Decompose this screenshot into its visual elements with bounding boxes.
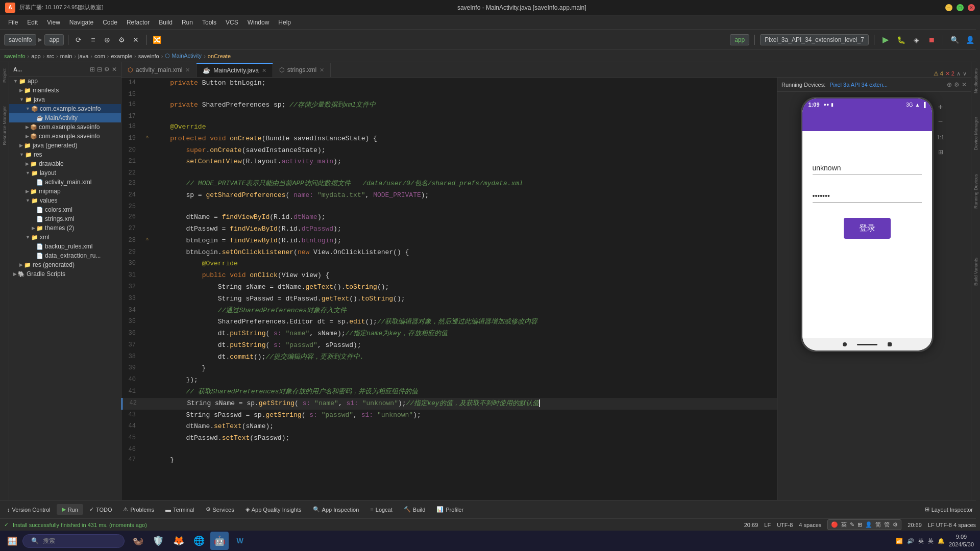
editor-scroll-area[interactable]: 14 private Button btnLogin; 15 16 privat…	[121, 78, 777, 500]
taskbar-app-shield[interactable]: 🛡️	[149, 532, 167, 550]
taskbar-app-explorer[interactable]: 🦦	[129, 532, 147, 550]
taskbar-volume-icon[interactable]: 🔊	[907, 538, 914, 544]
search-btn[interactable]: 🔍	[948, 34, 961, 46]
tab-terminal[interactable]: ▬ Terminal	[160, 505, 200, 515]
tab-layout-inspector[interactable]: ⊞ Layout Inspector	[920, 504, 978, 515]
device-selector[interactable]: Pixel_3a_API_34_extension_level_7	[760, 34, 869, 45]
build-variants-icon[interactable]: Build Variants	[973, 256, 978, 288]
tree-item-res-generated[interactable]: ▶ 📁 res (generated)	[9, 260, 121, 269]
taskbar-app-android-studio[interactable]: 🤖	[210, 532, 229, 550]
breadcrumb-item-0[interactable]: saveInfo	[4, 53, 26, 59]
resource-manager-icon[interactable]: Resource Manager	[2, 104, 7, 147]
tree-item-mipmap[interactable]: ▶ 📁 mipmap	[9, 187, 121, 196]
module-selector[interactable]: app	[44, 34, 64, 45]
tree-item-drawable[interactable]: ▶ 📁 drawable	[9, 159, 121, 168]
input-method-icon-2[interactable]: ⊞	[857, 521, 862, 528]
tree-item-xml-folder[interactable]: ▼ 📁 xml	[9, 233, 121, 242]
zoom-in-button[interactable]: +	[936, 102, 946, 112]
tree-item-mainactivity[interactable]: ▶ ☕ MainActivity	[9, 113, 121, 122]
menu-code[interactable]: Code	[99, 17, 121, 28]
menu-view[interactable]: View	[43, 17, 64, 28]
menu-refactor[interactable]: Refactor	[122, 17, 154, 28]
phone-login-button[interactable]: 登录	[844, 218, 891, 239]
breadcrumb-item-6[interactable]: example	[111, 53, 132, 59]
tree-item-themes[interactable]: ▶ 📁 themes (2)	[9, 223, 121, 233]
collapse-all-icon[interactable]: ⊟	[97, 66, 102, 73]
input-method-simplified[interactable]: 简	[875, 521, 881, 529]
tree-item-package-androidtest[interactable]: ▶ 📦 com.example.saveinfo	[9, 132, 121, 141]
add-device-icon[interactable]: ⊕	[947, 81, 952, 88]
input-method-settings[interactable]: ⚙	[893, 521, 898, 528]
tab-app-inspection[interactable]: 🔍 App Inspection	[308, 504, 364, 515]
taskbar-search-box[interactable]: 🔍 搜索	[22, 534, 125, 548]
sync-button[interactable]: ⟳	[72, 34, 85, 46]
tree-item-backup-rules[interactable]: ▶ 📄 backup_rules.xml	[9, 242, 121, 251]
input-method-icon-1[interactable]: ✎	[850, 521, 854, 528]
breadcrumb-item-7[interactable]: saveinfo	[138, 53, 159, 59]
stop-button[interactable]: ⏹	[925, 34, 938, 46]
notifications-icon[interactable]: Notifications	[973, 66, 978, 95]
tab-close-mainactivity[interactable]: ✕	[262, 67, 266, 74]
tab-activity-main[interactable]: ⬡ activity_main.xml ✕	[121, 63, 197, 77]
taskbar-app-edge[interactable]: 🌐	[190, 532, 208, 550]
tree-item-activity-main-xml[interactable]: ▶ 📄 activity_main.xml	[9, 178, 121, 187]
taskbar-clock[interactable]: 9:09 2024/5/30	[949, 533, 974, 549]
tab-todo[interactable]: ✓ TODO	[84, 504, 117, 515]
indent-info[interactable]: 4 spaces	[799, 522, 821, 528]
breadcrumb-item-1[interactable]: app	[31, 53, 40, 59]
taskbar-app-word[interactable]: W	[231, 532, 249, 550]
tree-item-gradle[interactable]: ▶ 🐘 Gradle Scripts	[9, 269, 121, 279]
tab-close-strings[interactable]: ✕	[320, 67, 324, 73]
tree-item-manifests[interactable]: ▶ 📁 manifests	[9, 86, 121, 95]
menu-file[interactable]: File	[4, 17, 22, 28]
tree-item-res[interactable]: ▼ 📁 res	[9, 150, 121, 159]
breadcrumb-item-2[interactable]: src	[46, 53, 54, 59]
tree-item-colors-xml[interactable]: ▶ 📄 colors.xml	[9, 205, 121, 214]
windows-start-button[interactable]: 🪟	[2, 532, 22, 550]
tab-run[interactable]: ▶ Run	[57, 504, 83, 515]
tree-item-strings-xml[interactable]: ▶ 📄 strings.xml	[9, 214, 121, 223]
tab-services[interactable]: ⚙ Services	[201, 504, 239, 515]
tab-mainactivity[interactable]: ☕ MainActivity.java ✕	[197, 63, 273, 77]
account-btn[interactable]: 👤	[964, 34, 976, 46]
project-panel-icon[interactable]: Project	[2, 66, 7, 85]
file-encoding[interactable]: UTF-8	[777, 522, 793, 528]
toolbar-btn-4[interactable]: ✕	[130, 34, 142, 46]
tab-close-activity-main[interactable]: ✕	[185, 67, 190, 73]
breadcrumb-item-mainactivity[interactable]: ⬡ MainActivity	[165, 53, 202, 59]
menu-window[interactable]: Window	[243, 17, 274, 28]
rotate-button[interactable]: ⊞	[938, 148, 943, 156]
toolbar-btn-3[interactable]: ⊕	[101, 34, 113, 46]
tab-problems[interactable]: ⚠ Problems	[118, 504, 159, 515]
menu-run[interactable]: Run	[178, 17, 197, 28]
tab-strings[interactable]: ⬡ strings.xml ✕	[273, 63, 331, 77]
taskbar-network-icon[interactable]: 📶	[896, 538, 903, 544]
profile-button[interactable]: ◈	[910, 34, 922, 46]
menu-build[interactable]: Build	[155, 17, 177, 28]
breadcrumb-item-4[interactable]: java	[78, 53, 88, 59]
settings-device-icon[interactable]: ⚙	[954, 81, 960, 88]
tab-logcat[interactable]: ≡ Logcat	[365, 505, 397, 515]
expand-all-icon[interactable]: ⊞	[90, 66, 95, 73]
tree-item-values[interactable]: ▼ 📁 values	[9, 196, 121, 205]
tree-item-package-test[interactable]: ▶ 📦 com.example.saveinfo	[9, 122, 121, 132]
close-device-panel-icon[interactable]: ✕	[962, 81, 967, 88]
tree-item-data-extraction[interactable]: ▶ 📄 data_extraction_ru...	[9, 251, 121, 260]
menu-edit[interactable]: Edit	[23, 17, 42, 28]
breadcrumb-item-5[interactable]: com	[94, 53, 105, 59]
tab-app-quality[interactable]: ◈ App Quality Insights	[240, 504, 307, 515]
zoom-out-button[interactable]: −	[936, 116, 946, 127]
input-method-en[interactable]: 英	[841, 521, 847, 529]
build-config[interactable]: app	[730, 34, 749, 45]
minimize-button[interactable]: ─	[945, 4, 952, 11]
menu-navigate[interactable]: Navigate	[65, 17, 97, 28]
input-method-flag[interactable]: 🔴	[831, 521, 838, 528]
menu-tools[interactable]: Tools	[198, 17, 220, 28]
taskbar-lang-icon[interactable]: 英	[928, 537, 934, 545]
taskbar-notification-icon[interactable]: 🔔	[938, 538, 945, 544]
menu-help[interactable]: Help	[274, 17, 295, 28]
maximize-button[interactable]: □	[957, 4, 964, 11]
toolbar-btn-2[interactable]: ≡	[87, 34, 99, 46]
breadcrumb-item-oncreate[interactable]: onCreate	[208, 53, 231, 59]
tree-item-layout[interactable]: ▼ 📁 layout	[9, 168, 121, 178]
